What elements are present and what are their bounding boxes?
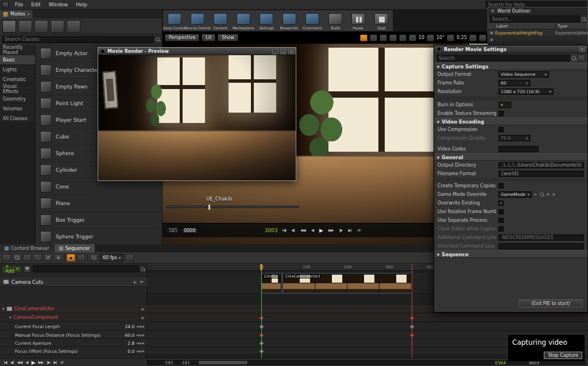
modes-tab[interactable]: Modes ▾ (0, 10, 33, 18)
game-mode-dropdown[interactable]: GameMode▾ (498, 191, 532, 198)
place-mode-icon[interactable] (2, 20, 16, 33)
grid-snap-value[interactable]: 10 (419, 35, 424, 40)
outliner-row[interactable]: ◉ ExponentialHeightFog ExponentialHei (488, 29, 587, 36)
outliner-column-headers[interactable]: Label Type (488, 23, 587, 29)
show-button[interactable]: Show (218, 34, 238, 41)
blueprints-button[interactable]: Blueprints (278, 11, 301, 30)
prev-key-icon[interactable]: ◀ (136, 333, 138, 337)
select-tool-icon[interactable] (370, 34, 377, 41)
spinner-arrows-icon[interactable]: ↕ (525, 81, 528, 85)
camera-component-lane[interactable] (147, 314, 588, 322)
rewind-button[interactable]: ◀◀ (16, 360, 24, 365)
landscape-mode-icon[interactable] (34, 20, 48, 33)
visibility-eye-icon[interactable]: ◉ (488, 37, 495, 42)
foliage-mode-icon[interactable] (51, 20, 64, 33)
prev-key-icon[interactable]: ◀ (136, 341, 138, 345)
focal-length-lane[interactable] (147, 323, 588, 330)
frame-back-button[interactable]: ◀ (24, 360, 29, 365)
category-recently-placed[interactable]: Recently Placed (0, 45, 35, 55)
scale-tool-icon[interactable] (399, 34, 407, 41)
save-current-button[interactable]: Save Current (163, 11, 186, 30)
add-camera-cut-icon[interactable]: + (133, 279, 137, 285)
rewind-button[interactable]: ◀◀ (299, 228, 307, 233)
fps-dropdown[interactable]: 60 fps ▾ (100, 254, 123, 262)
camera-list-icon[interactable]: ≡ (140, 279, 144, 284)
maximize-viewport-icon[interactable] (479, 34, 486, 41)
output-format-dropdown[interactable]: Video Sequence▾ (498, 71, 549, 78)
temporary-copies-checkbox[interactable] (498, 183, 504, 188)
add-section-icon[interactable]: + (140, 315, 145, 321)
category-all-classes[interactable]: All Classes (0, 114, 35, 124)
frame-back-button[interactable]: ◀ (310, 228, 315, 233)
property-value[interactable]: 0.0 (118, 349, 134, 354)
track-filter-input[interactable] (33, 265, 139, 272)
scale-snap-value[interactable]: 0.25 (457, 35, 467, 40)
add-key-icon[interactable]: ◆ (140, 341, 142, 345)
track-manual-focus-distance[interactable]: Manual Focus Distance (Focus Settings) 6… (0, 332, 147, 339)
settings-button[interactable]: Settings (255, 11, 278, 30)
camera-cut-clip-1[interactable]: CineCa (261, 273, 282, 294)
step-back-button[interactable]: ◀| (9, 360, 15, 365)
create-camera-icon[interactable] (23, 254, 32, 261)
prev-key-icon[interactable]: ◀ (136, 349, 138, 353)
frame-rate-spinner[interactable]: 60↕ (498, 80, 531, 86)
settings-search-input[interactable] (436, 55, 570, 61)
marketplace-button[interactable]: Marketplace (232, 11, 255, 30)
rotation-snap-value[interactable]: 10° (436, 35, 444, 40)
to-end-button[interactable]: ▶| (347, 228, 353, 233)
section-sequence[interactable]: ▾Sequence (434, 251, 587, 258)
menu-help[interactable]: Help (72, 1, 91, 9)
grid-snap-icon[interactable] (409, 34, 416, 41)
lit-button[interactable]: Lit (202, 34, 215, 41)
scrub-handle[interactable] (208, 205, 210, 210)
find-in-content-browser-icon[interactable] (13, 254, 21, 261)
minimize-icon[interactable]: – (272, 49, 278, 54)
next-key-icon[interactable]: ▶ (142, 325, 145, 328)
resolution-dropdown[interactable]: 1280 x 720 (16:9)▾ (498, 88, 554, 95)
search-classes-input[interactable] (2, 36, 154, 43)
keyframe-all-icon[interactable]: ◆ (67, 254, 75, 261)
fast-forward-button[interactable]: ▶▶ (37, 360, 45, 365)
exit-pie-button[interactable]: (Exit PIE to start) (519, 299, 583, 307)
preview-scrub-bar[interactable] (166, 206, 299, 208)
outliner-search-input[interactable] (490, 16, 580, 22)
filter-icon[interactable]: ▼ (24, 265, 31, 273)
clock-icon[interactable]: ○ (90, 254, 98, 261)
next-key-icon[interactable]: ▶ (142, 333, 145, 337)
movie-render-preview-window[interactable]: Movie Render - Preview – ▢ ✕ (98, 47, 296, 181)
visibility-eye-icon[interactable]: ◉ (488, 30, 495, 35)
sequencer-settings-gear-icon[interactable]: ▾ (54, 254, 63, 261)
step-forward-button[interactable]: |▶ (45, 360, 51, 365)
prev-key-icon[interactable]: ◀ (136, 325, 138, 328)
category-cinematic[interactable]: Cinematic (0, 75, 35, 84)
perspective-button[interactable]: Perspective (165, 34, 199, 41)
gamepad-icon[interactable] (360, 34, 368, 41)
column-label[interactable]: Label (488, 24, 555, 29)
settings-view-options-icon[interactable] (578, 55, 585, 61)
move-tool-icon[interactable] (380, 34, 387, 41)
stop-button[interactable]: Stop (370, 11, 393, 30)
loop-button[interactable]: ⇄ (59, 360, 65, 365)
add-track-button[interactable]: + Add ▾ (2, 265, 22, 273)
fast-forward-button[interactable]: ▶▶ (327, 228, 335, 233)
overwrite-existing-checkbox[interactable]: ✓ (498, 201, 504, 206)
track-camera-cuts[interactable]: Camera Cuts + ≡ (0, 278, 147, 287)
use-compression-checkbox[interactable] (498, 127, 504, 132)
geometry-mode-icon[interactable] (67, 20, 80, 33)
clear-icon[interactable]: ✕ (552, 192, 556, 197)
rotation-snap-icon[interactable] (427, 34, 434, 41)
column-type[interactable]: Type (555, 24, 587, 29)
source-control-button[interactable]: Source Control (186, 11, 209, 30)
stop-capture-button[interactable]: Stop Capture (544, 352, 582, 359)
save-icon[interactable] (2, 254, 11, 261)
browse-icon[interactable] (540, 192, 544, 197)
camera-cut-clip-2[interactable]: CineCameraActor1 (283, 273, 412, 294)
playhead-line[interactable] (412, 264, 412, 358)
play-button[interactable]: ▶ (30, 360, 36, 365)
category-visual-effects[interactable]: Visual Effects (0, 84, 35, 94)
chevron-down-icon[interactable]: ▾ (9, 315, 11, 320)
auto-key-options-icon[interactable] (77, 254, 86, 261)
track-cine-camera-actor[interactable]: ▾ CineCameraActor + (0, 305, 147, 313)
track-focus-offset[interactable]: Focus Offset (Focus Settings) 0.0 ◀◆▶ (0, 348, 147, 355)
actor-item[interactable]: Sphere Trigger (36, 229, 158, 244)
